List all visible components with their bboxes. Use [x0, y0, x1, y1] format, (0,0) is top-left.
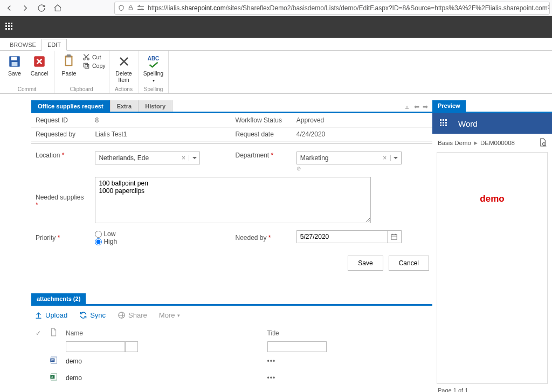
svg-rect-12: [67, 54, 71, 57]
label-workflow-status: Workflow Status: [231, 113, 292, 127]
document-preview[interactable]: demo: [437, 152, 548, 384]
label-needed-supplies: Needed supplies: [31, 174, 91, 228]
excel-file-icon: X: [50, 373, 58, 381]
col-title[interactable]: Title: [264, 326, 431, 340]
more-button[interactable]: More ▾: [159, 311, 181, 319]
next-icon[interactable]: ➡: [423, 103, 429, 109]
attachment-row[interactable]: W demo •••: [32, 353, 431, 369]
svg-rect-18: [85, 65, 89, 68]
chevron-down-icon[interactable]: [390, 155, 401, 161]
doc-content: demo: [480, 194, 504, 204]
ribbon-spelling-button[interactable]: ABC Spelling▾: [142, 52, 165, 83]
chevron-right-icon: ▶: [474, 140, 478, 146]
share-button[interactable]: Share: [118, 311, 147, 319]
ribbon-group-clipboard: Paste Cut Copy Clipboard: [54, 51, 109, 93]
browser-chrome: https://lialis.sharepoint.com/sites/Shar…: [0, 0, 552, 16]
filter-title[interactable]: [267, 341, 327, 352]
tab-extra[interactable]: Extra: [111, 100, 139, 112]
label-requested-by: Requested by: [31, 127, 91, 141]
upload-button[interactable]: Upload: [34, 311, 67, 319]
location-value: Netherlands, Ede: [95, 154, 178, 162]
ribbon: Save Cancel Commit Paste Cut Copy Clipbo…: [0, 51, 552, 94]
crumb-root[interactable]: Basis Demo: [438, 140, 471, 146]
ribbon-group-label: Clipboard: [58, 85, 106, 93]
crumb-doc[interactable]: DEM000008: [480, 140, 515, 146]
form-tabs: Office supplies request Extra History ▵ …: [31, 100, 432, 113]
ribbon-cancel-button[interactable]: Cancel: [28, 52, 51, 77]
preview-breadcrumb: Basis Demo ▶ DEM000008: [432, 134, 552, 152]
cut-icon: [82, 53, 90, 61]
ribbon-copy-button[interactable]: Copy: [82, 62, 106, 70]
prev-icon[interactable]: ⬅: [414, 103, 420, 109]
needed-by-input[interactable]: [297, 231, 387, 243]
word-title-bar: Word: [432, 113, 552, 134]
app-launcher-icon[interactable]: [5, 23, 14, 31]
row-menu-icon[interactable]: •••: [267, 357, 276, 365]
remove-tag-icon[interactable]: ⊘: [296, 166, 428, 171]
forward-button[interactable]: [18, 1, 32, 15]
ribbon-group-label: Spelling: [142, 85, 165, 93]
drag-hint: Drag files here to upload: [31, 387, 432, 392]
label-department: Department: [231, 149, 292, 174]
ribbon-group-spelling: ABC Spelling▾ Spelling: [139, 51, 169, 93]
attachment-name[interactable]: demo: [63, 370, 263, 386]
chevron-down-icon: ▾: [177, 313, 180, 318]
reload-button[interactable]: [34, 1, 49, 15]
location-combo[interactable]: Netherlands, Ede ×: [95, 152, 200, 164]
chevron-down-icon[interactable]: [189, 155, 199, 161]
file-type-icon: [50, 331, 57, 338]
value-request-date: 4/24/2020: [292, 127, 432, 141]
page-indicator: Page 1 of 1: [432, 384, 552, 392]
app-launcher-icon[interactable]: [440, 119, 448, 128]
suite-bar: [0, 16, 552, 38]
priority-high-radio[interactable]: High: [95, 238, 226, 245]
value-workflow-status: Approved: [292, 113, 432, 127]
clear-icon[interactable]: ×: [178, 154, 189, 162]
collapse-icon[interactable]: ▵: [405, 103, 412, 109]
col-name[interactable]: Name: [63, 326, 263, 340]
calendar-icon[interactable]: [387, 231, 401, 243]
ribbon-delete-button[interactable]: Delete Item: [113, 52, 135, 83]
svg-point-14: [84, 58, 86, 60]
ribbon-tab-edit[interactable]: EDIT: [42, 39, 67, 51]
url-bar[interactable]: https://lialis.sharepoint.com/sites/Shar…: [114, 2, 550, 15]
ribbon-group-actions: Delete Item Actions: [109, 51, 139, 93]
svg-point-15: [87, 58, 89, 60]
department-value: Marketing: [297, 154, 380, 162]
ribbon-save-button[interactable]: Save: [3, 52, 26, 77]
label-location: Location: [31, 149, 91, 174]
row-menu-icon[interactable]: •••: [267, 374, 276, 382]
delete-icon: [116, 53, 132, 70]
home-button[interactable]: [51, 1, 65, 15]
label-needed-by: Needed by: [231, 228, 292, 248]
filter-name-extra[interactable]: [125, 341, 138, 352]
value-requested-by: Lialis Test1: [91, 127, 231, 141]
attachment-row[interactable]: X demo •••: [32, 370, 431, 386]
ribbon-cut-button[interactable]: Cut: [82, 53, 106, 61]
svg-rect-6: [11, 57, 17, 60]
clear-icon[interactable]: ×: [380, 154, 390, 162]
needed-by-field[interactable]: [296, 230, 402, 243]
needed-supplies-textarea[interactable]: [95, 177, 371, 223]
ribbon-group-commit: Save Cancel Commit: [0, 51, 54, 93]
tab-history[interactable]: History: [139, 100, 172, 112]
word-file-icon: W: [50, 356, 58, 365]
priority-low-radio[interactable]: Low: [95, 230, 226, 238]
sync-button[interactable]: Sync: [79, 311, 106, 319]
filter-name[interactable]: [66, 341, 125, 352]
tab-office-supplies[interactable]: Office supplies request: [31, 100, 111, 112]
back-button[interactable]: [2, 1, 16, 15]
ribbon-tab-browse[interactable]: BROWSE: [4, 39, 42, 50]
page-tool-icon[interactable]: [539, 138, 547, 148]
select-all-icon[interactable]: ✓: [36, 329, 41, 337]
value-request-id: 8: [91, 113, 231, 127]
svg-rect-7: [12, 62, 18, 66]
save-button[interactable]: Save: [348, 256, 383, 271]
cancel-button[interactable]: Cancel: [389, 256, 429, 271]
paste-icon: [61, 53, 77, 70]
attachment-name[interactable]: demo: [63, 353, 263, 369]
ribbon-paste-button[interactable]: Paste: [58, 52, 80, 77]
department-combo[interactable]: Marketing ×: [296, 152, 402, 164]
ribbon-group-label: Actions: [113, 85, 135, 93]
svg-point-4: [141, 9, 142, 10]
